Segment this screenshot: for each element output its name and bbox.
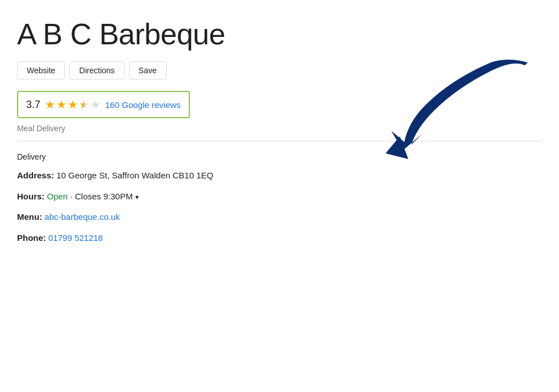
menu-row: Menu: abc-barbeque.co.uk <box>17 211 542 224</box>
menu-link[interactable]: abc-barbeque.co.uk <box>44 212 120 222</box>
menu-label: Menu: <box>17 212 42 222</box>
reviews-link[interactable]: 160 Google reviews <box>105 100 181 110</box>
hours-closes-text: · Closes 9:30PM <box>70 191 132 201</box>
main-panel: A B C Barbeque Website Directions Save 3… <box>0 0 559 264</box>
phone-label: Phone: <box>17 233 46 243</box>
star-1: ★ <box>45 98 55 111</box>
star-3: ★ <box>68 98 78 111</box>
star-5: ★ <box>90 98 101 111</box>
address-text: 10 George St, Saffron Walden CB10 1EQ <box>56 170 213 180</box>
arrow-annotation <box>354 54 536 168</box>
address-row: Address: 10 George St, Saffron Walden CB… <box>17 169 542 182</box>
hours-dropdown-icon[interactable]: ▾ <box>135 193 139 201</box>
rating-number: 3.7 <box>26 99 40 111</box>
rating-box: 3.7 ★ ★ ★ ★ ★ ★ 160 Google reviews <box>17 91 190 118</box>
phone-link[interactable]: 01799 521218 <box>48 233 103 243</box>
hours-row: Hours: Open · Closes 9:30PM ▾ <box>17 190 542 203</box>
star-4-half: ★ ★ <box>79 98 89 111</box>
stars-group: ★ ★ ★ ★ ★ ★ <box>45 98 101 111</box>
directions-button[interactable]: Directions <box>69 61 124 80</box>
website-button[interactable]: Website <box>17 61 65 80</box>
phone-row: Phone: 01799 521218 <box>17 232 542 245</box>
save-button[interactable]: Save <box>129 61 167 80</box>
star-2: ★ <box>56 98 67 111</box>
business-title: A B C Barbeque <box>17 17 542 51</box>
hours-open-status: Open <box>47 191 68 201</box>
address-label: Address: <box>17 170 54 180</box>
hours-label: Hours: <box>17 191 44 201</box>
